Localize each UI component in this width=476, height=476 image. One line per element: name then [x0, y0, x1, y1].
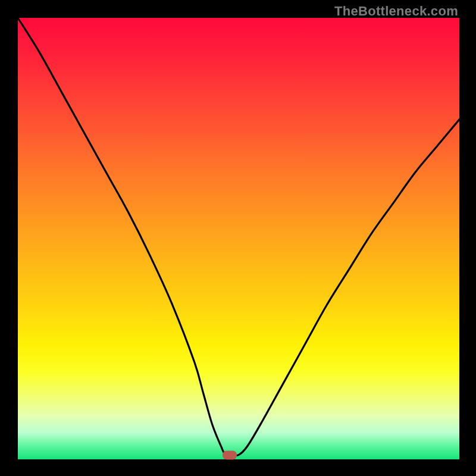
watermark-label: TheBottleneck.com	[334, 4, 458, 19]
bottleneck-curve	[18, 18, 459, 459]
plot-area	[18, 18, 459, 459]
optimum-marker	[223, 450, 237, 459]
curve-path	[18, 18, 459, 456]
chart-frame: TheBottleneck.com	[0, 0, 476, 476]
